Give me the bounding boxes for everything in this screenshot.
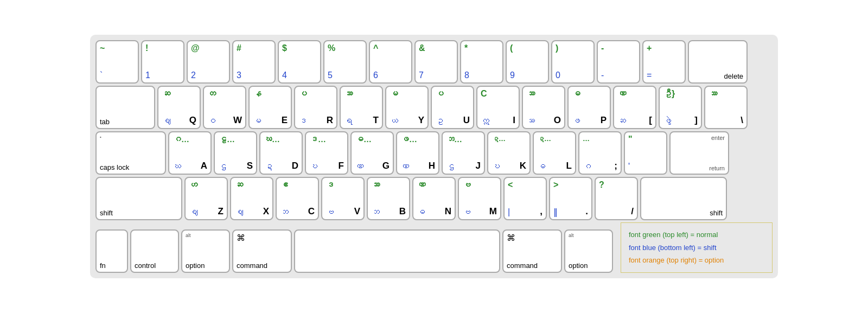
key-r[interactable]: ပ ဒ R: [294, 86, 337, 129]
key-g[interactable]: ဓ… ဏ G: [350, 131, 394, 175]
key-a[interactable]: ဂ… ဃ A: [168, 131, 212, 175]
key-option-right[interactable]: alt option: [564, 229, 613, 273]
key-tilde[interactable]: ~ `: [95, 40, 139, 84]
legend-box: font green (top left) = normal font blue…: [621, 222, 773, 272]
key-y[interactable]: မ ယ Y: [385, 86, 429, 129]
key-period[interactable]: > ‖ .: [549, 177, 592, 220]
row-zxcv: shift ဟ ဈ Z ဆ ဈ X ဧ ဘ: [95, 177, 773, 220]
key-1[interactable]: ! 1: [141, 40, 184, 84]
key-6[interactable]: ^ 6: [369, 40, 412, 84]
key-i[interactable]: C ဣ I: [476, 86, 520, 129]
key-p[interactable]: ဓ ဖ P: [567, 86, 611, 129]
key-caps-lock[interactable]: • caps lock: [95, 131, 166, 175]
key-equal[interactable]: + =: [642, 40, 686, 84]
key-space[interactable]: [294, 229, 500, 273]
key-tab[interactable]: tab: [95, 86, 155, 129]
key-shift-left[interactable]: shift: [95, 177, 182, 220]
row-qwerty: tab ဆ ဈ Q တ ဝ W န မ E: [95, 86, 773, 129]
key-c[interactable]: ဧ ဘ C: [276, 177, 319, 220]
key-b[interactable]: ဿ ဘ B: [367, 177, 410, 220]
key-command-right[interactable]: ⌘ command: [502, 229, 562, 273]
row-asdf: • caps lock ဂ… ဃ A ဠ… ဌ S ဃ…: [95, 131, 773, 175]
key-v[interactable]: ဒ ဗ V: [321, 177, 365, 220]
key-h[interactable]: ဖ… ဏ H: [396, 131, 439, 175]
keyboard: ~ ` ! 1 @ 2 # 3 $ 4 % 5 ^ 6 & 7: [90, 35, 778, 278]
key-k[interactable]: ဍ… ဎ K: [487, 131, 531, 175]
key-enter[interactable]: enter return: [669, 131, 729, 175]
key-minus[interactable]: - -: [597, 40, 640, 84]
key-3[interactable]: # 3: [232, 40, 276, 84]
row-bottom: fn control alt option ⌘ command ⌘ comman…: [95, 222, 773, 272]
key-0[interactable]: ) 0: [551, 40, 595, 84]
key-bracket-l[interactable]: ဏ ဆ [: [613, 86, 656, 129]
key-o[interactable]: ဿ ဿ O: [522, 86, 565, 129]
key-s[interactable]: ဠ… ဌ S: [214, 131, 257, 175]
row-numbers: ~ ` ! 1 @ 2 # 3 $ 4 % 5 ^ 6 & 7: [95, 40, 773, 84]
key-t[interactable]: ဿ ရ T: [340, 86, 383, 129]
key-m[interactable]: ဗ ဗ M: [458, 177, 501, 220]
key-semicolon[interactable]: … ဂ ;: [578, 131, 622, 175]
key-z[interactable]: ဟ ဈ Z: [184, 177, 228, 220]
key-8[interactable]: * 8: [460, 40, 503, 84]
key-7[interactable]: & 7: [414, 40, 458, 84]
key-comma[interactable]: < | ,: [503, 177, 547, 220]
key-slash[interactable]: ? /: [595, 177, 638, 220]
key-command-left[interactable]: ⌘ command: [232, 229, 292, 273]
key-5[interactable]: % 5: [323, 40, 367, 84]
key-fn[interactable]: fn: [95, 229, 128, 273]
key-shift-right[interactable]: shift: [640, 177, 727, 220]
key-9[interactable]: ( 9: [506, 40, 549, 84]
key-u[interactable]: ပ ဥ U: [431, 86, 474, 129]
key-alt-option-left[interactable]: alt option: [181, 229, 230, 273]
key-e[interactable]: န မ E: [248, 86, 292, 129]
key-x[interactable]: ဆ ဈ X: [230, 177, 273, 220]
key-backslash[interactable]: ဿ \: [704, 86, 748, 129]
key-n[interactable]: ဏ ဓ N: [412, 177, 456, 220]
key-q[interactable]: ဆ ဈ Q: [157, 86, 201, 129]
key-4[interactable]: $ 4: [278, 40, 321, 84]
key-l[interactable]: ဍ… ဓ L: [533, 131, 576, 175]
key-j[interactable]: ဘ… ဌ J: [442, 131, 485, 175]
key-w[interactable]: တ ဝ W: [203, 86, 246, 129]
key-delete[interactable]: delete: [688, 40, 748, 84]
key-control[interactable]: control: [130, 229, 179, 273]
key-quote[interactable]: " ': [624, 131, 667, 175]
key-bracket-r[interactable]: ဦ} ဖွဲ ]: [659, 86, 702, 129]
key-f[interactable]: ဒ… ဎ F: [305, 131, 348, 175]
key-2[interactable]: @ 2: [187, 40, 230, 84]
key-d[interactable]: ဃ… ဍ D: [259, 131, 303, 175]
